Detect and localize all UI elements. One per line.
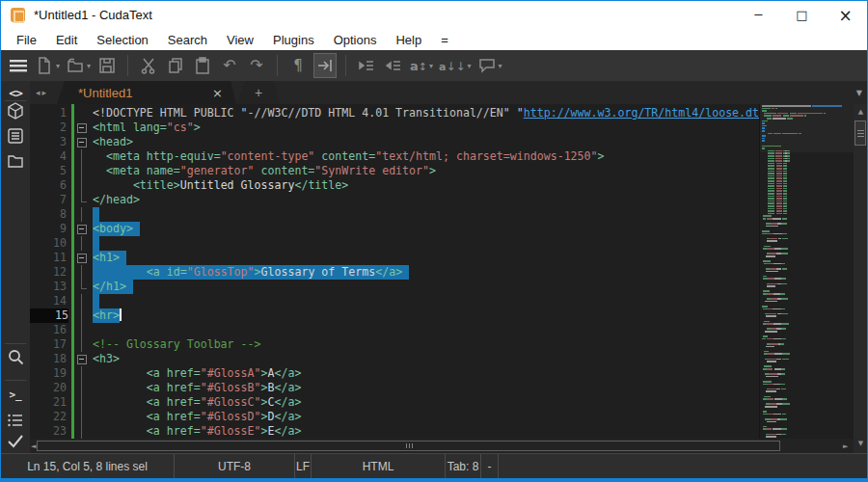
dropdown-arrow-icon[interactable]: ▾ <box>87 62 91 70</box>
code-line[interactable]: 16 <box>30 323 759 337</box>
comment-button[interactable]: ▾ <box>476 53 503 78</box>
fold-toggle-icon[interactable] <box>76 135 88 149</box>
code-line[interactable]: 12 <a id="GlossTop">Glossary of Terms</a… <box>30 265 759 280</box>
sidebar-packages[interactable] <box>6 103 25 122</box>
sidebar-search[interactable] <box>6 349 25 368</box>
undo-button[interactable]: ↶ <box>218 53 241 78</box>
sidebar-code[interactable]: <> <box>6 83 25 102</box>
code-line[interactable]: 21 <a href="#GlossC">C</a> <box>30 395 759 410</box>
code-line[interactable]: 15<hr> <box>30 308 759 323</box>
minimize-button[interactable]: ─ <box>737 1 780 29</box>
code-line[interactable]: 4 <meta http-equiv="content-type" conten… <box>30 149 759 164</box>
indent-button[interactable] <box>355 53 378 78</box>
minimap[interactable] <box>759 104 854 439</box>
menu-item-help[interactable]: Help <box>386 31 431 49</box>
scroll-right-arrow-icon[interactable]: ► <box>843 442 848 450</box>
sidebar-validate[interactable] <box>6 433 25 452</box>
status-tab-size[interactable]: Tab: 8 <box>446 454 481 478</box>
show-tab-marks-button[interactable] <box>313 53 337 78</box>
code-line[interactable]: 9<body> <box>30 222 759 236</box>
dropdown-arrow-icon[interactable]: ▾ <box>499 62 502 70</box>
menu-item-view[interactable]: View <box>217 31 263 49</box>
code-line[interactable]: 11<h1> <box>30 251 759 265</box>
fold-toggle-icon[interactable] <box>76 251 88 265</box>
show-unprinted-button[interactable]: ¶ <box>286 53 310 78</box>
code-line[interactable]: 20 <a href="#GlossB">B</a> <box>30 381 759 395</box>
line-number: 16 <box>30 323 67 337</box>
sort-button[interactable]: a↓↓▾ <box>438 53 473 78</box>
code-line[interactable]: 14 <box>30 294 759 308</box>
sidebar-snippets[interactable] <box>6 128 25 147</box>
sidebar-console[interactable]: >_ <box>6 384 25 403</box>
code-text: <h1> <box>93 251 126 265</box>
fold-guide-line <box>76 395 88 410</box>
status-caret-position[interactable]: Ln 15, Col 5, 8 lines sel <box>1 454 175 478</box>
save-file-button[interactable] <box>95 53 119 78</box>
code-line[interactable]: 17<!-- Glossary Toolbar --> <box>30 337 759 352</box>
open-file-button[interactable]: ▾ <box>65 53 92 78</box>
code-line[interactable]: 5 <meta name="generator" content="SynWri… <box>30 164 759 178</box>
code-line[interactable]: 10 <box>30 236 759 251</box>
fold-toggle-icon[interactable] <box>76 222 88 236</box>
fold-guide-line <box>76 366 88 381</box>
code-line[interactable]: 23 <a href="#GlossE">E</a> <box>30 424 759 439</box>
fold-toggle-icon[interactable] <box>76 352 88 366</box>
scroll-up-arrow-icon[interactable]: ▲ <box>854 108 868 116</box>
status-line-endings[interactable]: LF <box>295 454 312 478</box>
scroll-down-arrow-icon[interactable]: ▼ <box>854 440 868 447</box>
code-line[interactable]: 3<head> <box>30 135 759 149</box>
code-line[interactable]: 6 <title>Untitled Glossary</title> <box>30 178 759 193</box>
main-menu-button[interactable] <box>7 53 30 78</box>
menu-item-equals[interactable]: = <box>431 31 458 49</box>
copy-button[interactable] <box>164 53 187 78</box>
fold-toggle-icon[interactable] <box>76 120 88 135</box>
redo-button[interactable]: ↷ <box>245 53 268 78</box>
menu-item-edit[interactable]: Edit <box>46 31 87 49</box>
line-number: 5 <box>30 164 67 178</box>
code-line[interactable]: 13</h1> <box>30 280 759 294</box>
cut-icon <box>139 56 158 75</box>
line-number: 7 <box>30 193 67 207</box>
status-encoding[interactable]: UTF-8 <box>175 454 295 478</box>
code-editor[interactable]: 1<!DOCTYPE HTML PUBLIC "-//W3C//DTD HTML… <box>30 104 759 439</box>
tab-untitled1[interactable]: *Untitled1 × <box>57 81 236 104</box>
pilcrow-icon: ¶ <box>293 57 303 74</box>
status-lexer[interactable]: HTML <box>312 454 446 478</box>
dropdown-arrow-icon[interactable]: ▾ <box>429 62 433 70</box>
code-line[interactable]: 7</head> <box>30 193 759 207</box>
horizontal-scrollbar[interactable]: ◄ ► <box>30 439 854 453</box>
dropdown-arrow-icon[interactable]: ▾ <box>56 62 60 70</box>
vertical-scrollbar[interactable]: ▲ ▼ <box>854 104 868 453</box>
code-line[interactable]: 18<h3> <box>30 352 759 366</box>
menu-item-options[interactable]: Options <box>324 31 387 49</box>
horizontal-scroll-thumb[interactable] <box>37 441 780 451</box>
unindent-button[interactable] <box>382 53 405 78</box>
code-line[interactable]: 8 <box>30 207 759 222</box>
paste-button[interactable] <box>191 53 214 78</box>
code-line[interactable]: 1<!DOCTYPE HTML PUBLIC "-//W3C//DTD HTML… <box>30 106 759 120</box>
cut-button[interactable] <box>137 53 160 78</box>
maximize-button[interactable]: □ <box>780 1 824 29</box>
menu-item-file[interactable]: File <box>7 31 46 49</box>
tab-close-icon[interactable]: × <box>212 86 223 100</box>
sidebar-output[interactable] <box>6 413 25 432</box>
sidebar-project[interactable] <box>6 153 25 173</box>
vertical-scroll-thumb[interactable] <box>854 120 866 146</box>
new-tab-button[interactable]: + <box>237 81 280 104</box>
code-text: <a href="#GlossD">D</a> <box>93 410 301 424</box>
scroll-left-arrow-icon[interactable]: ◄ <box>31 442 36 450</box>
close-button[interactable]: × <box>824 1 867 29</box>
menu-item-plugins[interactable]: Plugins <box>263 31 324 49</box>
code-line[interactable]: 2<html lang="cs"> <box>30 120 759 135</box>
menu-item-selection[interactable]: Selection <box>87 31 157 49</box>
new-file-button[interactable]: ▾ <box>34 53 61 78</box>
code-line[interactable]: 19 <a href="#GlossA">A</a> <box>30 366 759 381</box>
tab-list-dropdown-icon[interactable]: ▼ <box>856 89 862 97</box>
code-line[interactable]: 22 <a href="#GlossD">D</a> <box>30 410 759 424</box>
tab-scroll-arrows-icon[interactable]: ◂▸ <box>36 88 48 97</box>
menu-item-search[interactable]: Search <box>158 31 217 49</box>
title-bar[interactable]: *Untitled1 - CudaText ─ □ × <box>1 0 867 29</box>
change-case-button[interactable]: a↕▾ <box>409 53 434 78</box>
dropdown-arrow-icon[interactable]: ▾ <box>468 62 472 70</box>
status-extra[interactable]: - <box>481 454 499 478</box>
